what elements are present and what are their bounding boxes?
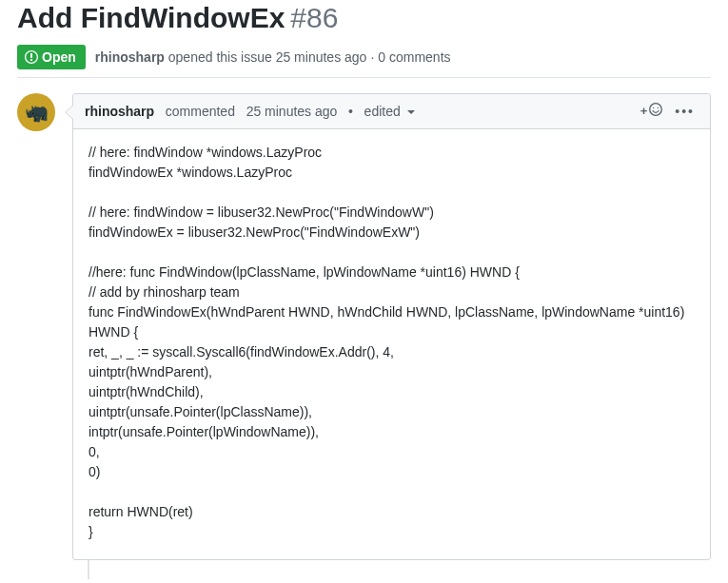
opened-text: opened this issue bbox=[168, 49, 272, 65]
issue-author-link[interactable]: rhinosharp bbox=[95, 49, 165, 65]
svg-point-1 bbox=[653, 107, 654, 107]
issue-title: Add FindWindowEx bbox=[17, 2, 285, 35]
svg-point-2 bbox=[658, 107, 659, 107]
comment-time-link[interactable]: 25 minutes ago bbox=[246, 104, 338, 119]
timeline: rhinosharp commented 25 minutes ago • ed… bbox=[17, 93, 711, 579]
state-badge-label: Open bbox=[42, 50, 76, 64]
comment-header: rhinosharp commented 25 minutes ago • ed… bbox=[73, 94, 710, 129]
issue-open-icon bbox=[25, 49, 38, 65]
opened-relative-time[interactable]: 25 minutes ago bbox=[276, 49, 367, 65]
smiley-icon bbox=[648, 102, 663, 121]
issue-number: #86 bbox=[290, 2, 338, 34]
comment-actions-menu[interactable]: ••• bbox=[671, 104, 698, 119]
comment-author-link[interactable]: rhinosharp bbox=[85, 104, 154, 119]
comments-count: 0 comments bbox=[378, 49, 450, 65]
issue-meta: Open rhinosharp opened this issue 25 min… bbox=[17, 45, 711, 69]
add-reaction-button[interactable]: + bbox=[640, 102, 664, 121]
comment-body: // here: findWindow *windows.LazyProc fi… bbox=[73, 129, 710, 559]
comment-box: rhinosharp commented 25 minutes ago • ed… bbox=[72, 93, 711, 560]
edited-dropdown[interactable]: edited bbox=[364, 104, 415, 119]
svg-point-0 bbox=[650, 103, 662, 115]
state-badge-open: Open bbox=[17, 45, 86, 69]
comment-action: commented bbox=[166, 104, 235, 119]
issue-header: Add FindWindowEx #86 Open rhinosharp ope… bbox=[17, 0, 711, 78]
caret-down-icon bbox=[407, 110, 415, 114]
avatar[interactable] bbox=[17, 93, 55, 131]
